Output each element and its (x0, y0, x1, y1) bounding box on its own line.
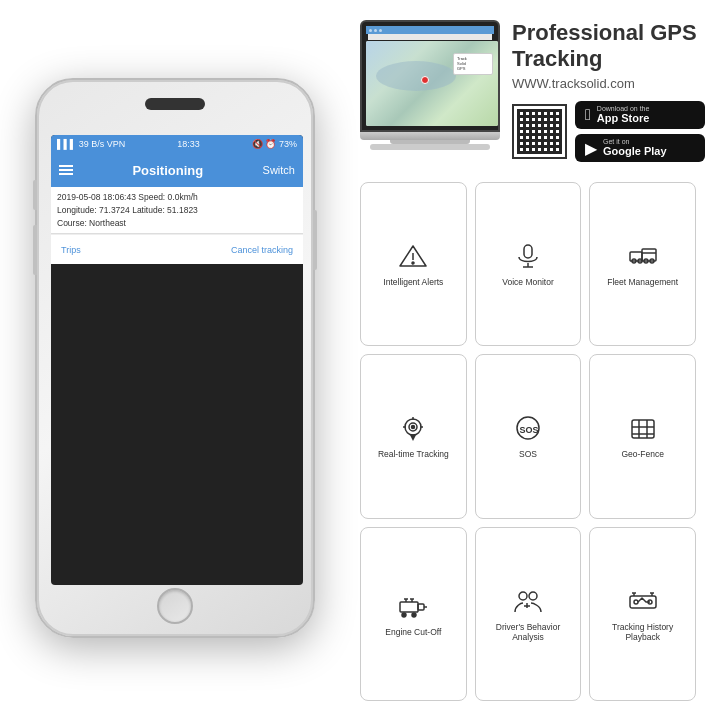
store-area:  Download on the App Store ▶ Get it on (512, 101, 705, 162)
feature-tracking-history: Tracking History Playback (589, 527, 696, 701)
laptop-map: TrackSolidGPS (366, 41, 498, 126)
volume-buttons (33, 225, 37, 275)
google-play-label: Google Play (603, 145, 667, 158)
svg-point-34 (412, 613, 416, 617)
laptop-map-popup: TrackSolidGPS (453, 53, 493, 75)
svg-point-37 (529, 592, 537, 600)
sos-icon: SOS (513, 415, 543, 445)
nav-bar: Positioning Switch (51, 153, 303, 187)
phone-camera (145, 98, 205, 110)
app-store-button[interactable]:  Download on the App Store (575, 101, 705, 129)
app-store-text: Download on the App Store (597, 105, 650, 125)
fleet-icon (628, 243, 658, 273)
left-panel: ▌▌▌ 39 B/s VPN 18:33 🔇 ⏰ 73% Positioning… (0, 0, 350, 716)
phone-screen: ▌▌▌ 39 B/s VPN 18:33 🔇 ⏰ 73% Positioning… (51, 135, 303, 585)
behavior-icon (513, 588, 543, 618)
laptop-base-bottom (370, 144, 490, 150)
feature-drivers-behavior: Driver's Behavior Analysis (475, 527, 582, 701)
voice-monitor-label: Voice Monitor (502, 277, 554, 287)
apple-icon:  (585, 106, 591, 124)
switch-button[interactable]: Switch (263, 164, 295, 176)
intelligent-alerts-label: Intelligent Alerts (383, 277, 443, 287)
microphone-icon (513, 243, 543, 273)
volume-mute-button (33, 180, 37, 210)
download-on-label: Download on the (597, 105, 650, 112)
feature-engine-cutoff: Engine Cut-Off (360, 527, 467, 701)
svg-rect-3 (524, 245, 532, 258)
power-button (313, 210, 317, 270)
phone-shell: ▌▌▌ 39 B/s VPN 18:33 🔇 ⏰ 73% Positioning… (35, 78, 315, 638)
alert-icon (398, 243, 428, 273)
engine-cutoff-label: Engine Cut-Off (385, 627, 441, 637)
feature-geo-fence: Geo-Fence (589, 354, 696, 518)
brand-url: WWW.tracksolid.com (512, 76, 705, 91)
phone-mockup: ▌▌▌ 39 B/s VPN 18:33 🔇 ⏰ 73% Positioning… (35, 78, 315, 638)
geofence-icon (628, 415, 658, 445)
brand-area: Professional GPS Tracking WWW.tracksolid… (512, 20, 705, 172)
store-row:  Download on the App Store ▶ Get it on (512, 101, 705, 162)
geo-fence-label: Geo-Fence (621, 449, 664, 459)
realtime-tracking-label: Real-time Tracking (378, 449, 449, 459)
battery-icons: 🔇 ⏰ 73% (252, 139, 297, 149)
app-store-label: App Store (597, 112, 650, 125)
laptop-map-view: TrackSolidGPS (366, 41, 498, 126)
laptop-base (360, 132, 500, 140)
feature-realtime-tracking: Real-time Tracking (360, 354, 467, 518)
cancel-tracking-button[interactable]: Cancel tracking (231, 245, 293, 255)
svg-text:SOS: SOS (519, 425, 538, 435)
feature-intelligent-alerts: Intelligent Alerts (360, 182, 467, 346)
play-store-icon: ▶ (585, 139, 597, 158)
feature-fleet-management: Fleet Management (589, 182, 696, 346)
fleet-management-label: Fleet Management (607, 277, 678, 287)
brand-title: Professional GPS Tracking (512, 20, 705, 73)
svg-point-41 (634, 600, 638, 604)
sos-label: SOS (519, 449, 537, 459)
right-panel: TrackSolidGPS Professional GPS Tracking … (350, 0, 716, 716)
engine-icon (398, 593, 428, 623)
drivers-behavior-label: Driver's Behavior Analysis (480, 622, 577, 642)
info-line1: 2019-05-08 18:06:43 Speed: 0.0km/h (57, 191, 297, 204)
clock: 18:33 (177, 139, 200, 149)
qr-inner (517, 109, 562, 154)
laptop-topbar (366, 26, 494, 34)
signal-info: ▌▌▌ 39 B/s VPN (57, 139, 125, 149)
features-grid: Intelligent Alerts Voice Monitor (360, 182, 696, 701)
hamburger-menu-icon[interactable] (59, 165, 73, 175)
store-buttons:  Download on the App Store ▶ Get it on (575, 101, 705, 162)
map-bottom-bar: Trips Cancel tracking (51, 234, 303, 264)
info-line2: Longitude: 71.3724 Latitude: 51.1823 (57, 204, 297, 217)
laptop-screen: TrackSolidGPS (360, 20, 500, 132)
svg-point-15 (412, 426, 415, 429)
trips-link[interactable]: Trips (61, 245, 81, 255)
tracking-icon (398, 415, 428, 445)
laptop-mockup: TrackSolidGPS (360, 20, 500, 150)
status-bar: ▌▌▌ 39 B/s VPN 18:33 🔇 ⏰ 73% (51, 135, 303, 153)
svg-point-2 (412, 262, 414, 264)
svg-rect-28 (418, 604, 424, 610)
feature-sos: SOS SOS (475, 354, 582, 518)
svg-point-33 (402, 613, 406, 617)
laptop-map-pin (421, 76, 429, 84)
laptop-url-bar (368, 34, 492, 40)
svg-point-36 (519, 592, 527, 600)
laptop-area: TrackSolidGPS Professional GPS Tracking … (360, 20, 696, 172)
history-icon (628, 588, 658, 618)
get-it-on-label: Get it on (603, 138, 667, 145)
info-line3: Course: Northeast (57, 217, 297, 230)
feature-voice-monitor: Voice Monitor (475, 182, 582, 346)
home-button[interactable] (157, 588, 193, 624)
google-play-button[interactable]: ▶ Get it on Google Play (575, 134, 705, 162)
nav-title: Positioning (132, 163, 203, 178)
gps-info-bar: 2019-05-08 18:06:43 Speed: 0.0km/h Longi… (51, 187, 303, 234)
svg-rect-27 (400, 602, 418, 612)
qr-code (512, 104, 567, 159)
svg-rect-22 (632, 420, 654, 438)
google-play-text: Get it on Google Play (603, 138, 667, 158)
tracking-history-label: Tracking History Playback (594, 622, 691, 642)
